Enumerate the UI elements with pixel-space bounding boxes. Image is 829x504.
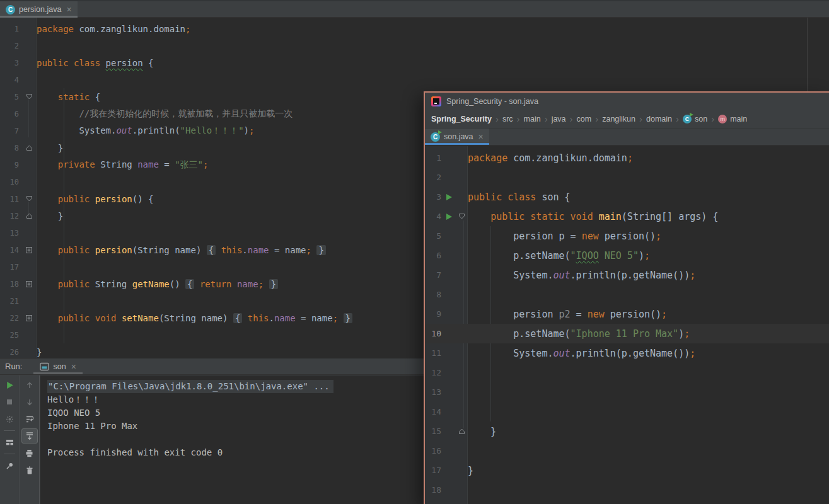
- class-icon: C: [6, 5, 15, 14]
- code-line: 14: [425, 402, 829, 421]
- softwrap-icon[interactable]: [21, 411, 38, 427]
- fold-plus-icon[interactable]: [21, 315, 37, 321]
- code-text: public class persion {: [37, 58, 153, 68]
- down-arrow-icon[interactable]: [21, 394, 38, 410]
- run-arrow-icon[interactable]: [443, 213, 455, 220]
- tab-label: son.java: [444, 132, 473, 141]
- fold-plus-icon[interactable]: [21, 281, 37, 287]
- fold-open-icon[interactable]: [455, 213, 468, 220]
- build-icon[interactable]: [1, 411, 18, 427]
- class-run-icon: C: [431, 132, 440, 142]
- run-tab-son[interactable]: son ×: [33, 358, 82, 374]
- clear-icon[interactable]: [21, 462, 38, 478]
- line-number: 2: [0, 42, 21, 50]
- code-line: 17}: [425, 461, 829, 480]
- breadcrumb-item-main[interactable]: mmain: [718, 115, 747, 123]
- line-number: 6: [0, 110, 21, 118]
- fold-open-icon[interactable]: [21, 93, 37, 100]
- line-number: 10: [425, 329, 443, 338]
- code-text: //我在类初始化的时候，就被加载，并且只被加载一次: [37, 108, 293, 120]
- console-icon: [40, 362, 49, 371]
- fold-open-icon[interactable]: [21, 195, 37, 202]
- scroll-end-icon[interactable]: [21, 428, 38, 444]
- run-toolbar-primary: [0, 375, 20, 504]
- breadcrumb-label: Spring_Security: [431, 115, 492, 123]
- line-number: 7: [425, 270, 443, 280]
- tab-son-java[interactable]: C son.java ×: [425, 129, 489, 145]
- code-text: package com.zanglikun.domain;: [468, 152, 633, 164]
- close-icon[interactable]: ×: [66, 5, 71, 14]
- line-number: 12: [425, 368, 443, 377]
- code-text: persion p = new persion();: [468, 231, 661, 242]
- class-run-icon: C: [683, 115, 692, 123]
- breadcrumb-item-main[interactable]: main: [524, 115, 541, 123]
- intellij-logo-icon: [431, 96, 441, 106]
- ide-root: { "main_window": { "tab": { "label": "pe…: [0, 0, 829, 504]
- breadcrumb-item-son[interactable]: Cson: [683, 115, 707, 123]
- tab-label: persion.java: [19, 5, 61, 14]
- stop-icon[interactable]: [1, 394, 18, 410]
- code-line: 5 persion p = new persion();: [425, 226, 829, 246]
- breadcrumb-item-com[interactable]: com: [577, 115, 592, 123]
- code-text: }: [468, 426, 496, 437]
- code-line: 8: [425, 285, 829, 304]
- code-text: }: [37, 347, 42, 357]
- layout-icon[interactable]: [1, 435, 18, 450]
- breadcrumb-item-src[interactable]: src: [502, 115, 513, 123]
- print-icon[interactable]: [21, 445, 38, 461]
- code-line: 4: [0, 71, 829, 88]
- toolbar-divider: [4, 430, 15, 431]
- line-number: 17: [425, 466, 443, 475]
- console-command-line: "C:\Program Files\Java\jdk1.8.0_251\bin\…: [47, 380, 333, 393]
- code-line: 18: [425, 480, 829, 500]
- run-tab-underline: [33, 372, 82, 374]
- line-number: 14: [425, 407, 443, 416]
- run-arrow-icon[interactable]: [443, 193, 455, 201]
- fold-close-icon[interactable]: [455, 428, 468, 435]
- close-icon[interactable]: ×: [478, 132, 484, 141]
- tab-persion-java[interactable]: C persion.java ×: [0, 1, 78, 18]
- code-line: 2: [425, 168, 829, 187]
- code-text: public persion() {: [37, 194, 153, 204]
- fold-plus-icon[interactable]: [21, 247, 37, 253]
- method-icon: m: [718, 115, 727, 123]
- breadcrumb-label: main: [730, 115, 747, 123]
- popup-title: Spring_Security - son.java: [446, 97, 538, 106]
- rerun-icon[interactable]: [1, 377, 18, 392]
- breadcrumb-separator: ›: [594, 113, 600, 124]
- breadcrumb-item-domain[interactable]: domain: [646, 115, 672, 123]
- breadcrumb-separator: ›: [710, 113, 716, 124]
- breadcrumb-item-java[interactable]: java: [552, 115, 566, 123]
- code-text: }: [37, 143, 63, 153]
- breadcrumb-item-spring_security[interactable]: Spring_Security: [431, 115, 492, 123]
- tab-underline: [0, 16, 78, 18]
- code-line: 2: [0, 37, 829, 54]
- close-icon[interactable]: ×: [71, 362, 76, 371]
- breadcrumb-label: domain: [646, 115, 672, 123]
- code-line: 1package com.zanglikun.domain;: [425, 148, 829, 168]
- line-number: 13: [425, 387, 443, 397]
- line-number: 15: [425, 427, 443, 436]
- pin-icon[interactable]: [1, 458, 18, 473]
- fold-close-icon[interactable]: [21, 144, 37, 151]
- line-number: 25: [0, 331, 21, 340]
- editor-son-java[interactable]: 1package com.zanglikun.domain;23public c…: [425, 146, 829, 504]
- code-text: persion p2 = new persion();: [468, 309, 667, 320]
- popup-window-son-java: Spring_Security - son.java Spring_Securi…: [424, 91, 829, 504]
- popup-titlebar[interactable]: Spring_Security - son.java: [425, 93, 829, 110]
- breadcrumb-item-zanglikun[interactable]: zanglikun: [602, 115, 635, 123]
- breadcrumb-separator: ›: [638, 113, 644, 124]
- code-line: 1package com.zanglikun.domain;: [0, 20, 829, 37]
- fold-close-icon[interactable]: [21, 212, 37, 219]
- run-tab-label: son: [53, 362, 66, 371]
- line-number: 13: [0, 229, 21, 238]
- line-number: 2: [425, 173, 443, 182]
- code-line: 16: [425, 441, 829, 461]
- line-number: 26: [0, 348, 21, 357]
- popup-tabbar: C son.java ×: [425, 129, 829, 146]
- line-number: 12: [0, 212, 21, 220]
- up-arrow-icon[interactable]: [21, 377, 38, 392]
- code-line: 15 }: [425, 421, 829, 441]
- breadcrumb-label: com: [577, 115, 592, 123]
- code-text: public class son {: [468, 192, 571, 203]
